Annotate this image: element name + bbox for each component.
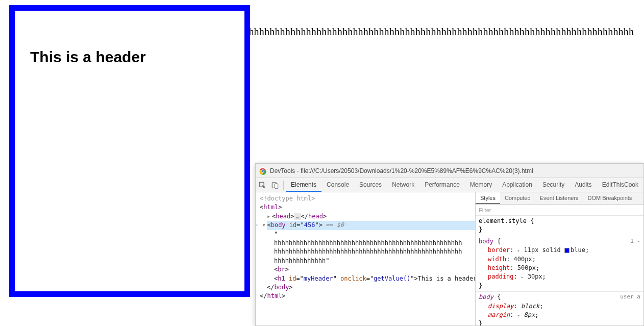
styles-tab-computed[interactable]: Computed — [500, 192, 535, 204]
tab-performance[interactable]: Performance — [419, 178, 465, 192]
br-line[interactable]: <br> — [260, 265, 475, 274]
chrome-icon — [259, 167, 267, 175]
tab-network[interactable]: Network — [387, 178, 419, 192]
head-line[interactable]: ▸<head>…</head> — [260, 212, 475, 221]
styles-tab-dombreakpoints[interactable]: DOM Breakpoints — [583, 192, 637, 204]
tab-memory[interactable]: Memory — [465, 178, 497, 192]
doctype-line: <!doctype html> — [260, 194, 475, 203]
rule-body-author[interactable]: 1 - body { border: ▸ 11px solid blue; wi… — [476, 236, 643, 292]
color-swatch-blue[interactable] — [564, 248, 569, 253]
inspect-icon[interactable] — [256, 182, 268, 189]
html-open-line[interactable]: <html> — [260, 203, 475, 212]
styles-filter[interactable]: Filter — [476, 205, 643, 216]
tab-editthiscookie[interactable]: EditThisCook — [597, 178, 643, 192]
tab-sources[interactable]: Sources — [354, 178, 387, 192]
tab-application[interactable]: Application — [497, 178, 537, 192]
devtools-body: <!doctype html> <html> ▸<head>…</head> ⋯… — [256, 192, 643, 325]
body-close-line[interactable]: </body> — [260, 283, 475, 292]
body-quote-line: " — [260, 230, 475, 239]
devtools-window: DevTools - file:///C:/Users/20503/Downlo… — [255, 163, 644, 326]
tab-elements[interactable]: Elements — [286, 178, 321, 192]
elements-panel[interactable]: <!doctype html> <html> ▸<head>…</head> ⋯… — [256, 192, 475, 325]
devtools-main-tabs: Elements Console Sources Network Perform… — [286, 178, 643, 192]
devtools-titlebar: DevTools - file:///C:/Users/20503/Downlo… — [256, 164, 643, 178]
devtools-toolbar: Elements Console Sources Network Perform… — [256, 178, 643, 192]
svg-rect-5 — [275, 184, 278, 188]
toolbar-divider — [283, 181, 284, 190]
body-open-line[interactable]: ⋯ ▾<body id="456">== $0 — [260, 221, 475, 230]
tab-security[interactable]: Security — [537, 178, 569, 192]
styles-body[interactable]: element.style { } 1 - body { border: ▸ 1… — [476, 216, 643, 325]
rule-element-style[interactable]: element.style { } — [476, 216, 643, 236]
styles-tab-styles[interactable]: Styles — [476, 192, 500, 204]
devtools-title: DevTools - file:///C:/Users/20503/Downlo… — [270, 167, 533, 174]
styles-tabs: Styles Computed Event Listeners DOM Brea… — [476, 192, 643, 205]
h1-line[interactable]: <h1 id="myHeader" onclick="getValue()">T… — [260, 274, 475, 283]
rule-source[interactable]: 1 - — [630, 237, 640, 245]
rule-body-ua[interactable]: user a body { display: block; margin: ▸ … — [476, 292, 643, 325]
device-icon[interactable] — [268, 182, 281, 189]
styles-tab-eventlisteners[interactable]: Event Listeners — [535, 192, 583, 204]
tab-audits[interactable]: Audits — [569, 178, 597, 192]
html-close-line[interactable]: </html> — [260, 292, 475, 300]
page-header[interactable]: This is a header — [30, 48, 146, 66]
body-text-line: hhhhhhhhhhhhhhhhhhhhhhhhhhhhhhhhhhhhhhhh… — [260, 239, 464, 265]
rule-source[interactable]: user a — [620, 293, 640, 301]
tab-console[interactable]: Console — [321, 178, 354, 192]
styles-panel: Styles Computed Event Listeners DOM Brea… — [475, 192, 643, 325]
svg-point-2 — [262, 169, 264, 171]
